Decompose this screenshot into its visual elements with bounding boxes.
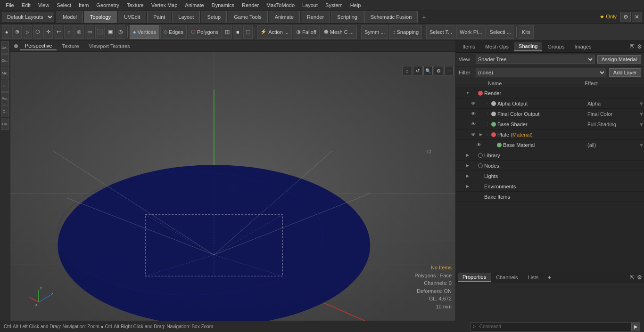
tree-row-base-shader[interactable]: 👁 ⋮ Base Shader Full Shading ▼ — [456, 119, 644, 130]
tab-scripting[interactable]: Scripting — [331, 11, 363, 23]
bottom-panel-expand[interactable]: ⇱ — [630, 274, 635, 281]
tool-rect[interactable]: ▭ — [85, 25, 94, 39]
panel-tab-shading[interactable]: Shading — [514, 42, 542, 51]
tool-add[interactable]: ⊕ — [12, 25, 22, 39]
view-select[interactable]: Shader Tree — [476, 55, 594, 64]
panel-tab-mesh-ops[interactable]: Mesh Ops — [480, 42, 513, 51]
tool-sq[interactable]: ⬛ — [95, 25, 105, 39]
tree-row-lights[interactable]: ▶ Lights — [456, 171, 644, 181]
menu-edit[interactable]: Edit — [18, 1, 34, 9]
expand-nodes[interactable]: ▶ — [464, 163, 471, 168]
tab-uvedit[interactable]: UVEdit — [118, 11, 146, 23]
assign-material-button[interactable]: Assign Material — [597, 55, 641, 64]
panel-tab-lists[interactable]: Lists — [523, 273, 544, 282]
star-only-label[interactable]: ★ Only — [596, 13, 620, 21]
tab-schematic-fusion[interactable]: Schematic Fusion — [364, 11, 418, 23]
eye-plate[interactable]: 👁 — [469, 130, 478, 140]
panel-expand-btn[interactable]: ⇱ — [630, 43, 635, 50]
panel-tab-channels[interactable]: Channels — [491, 273, 522, 282]
panel-tab-properties[interactable]: Properties — [458, 273, 491, 282]
menu-render[interactable]: Render — [238, 1, 263, 9]
tree-row-bake-items[interactable]: Bake Items — [456, 192, 644, 202]
sidebar-btn-uv[interactable]: UV. — [1, 118, 9, 130]
vp-icon-rotate[interactable]: ↺ — [413, 66, 422, 75]
vp-icon-settings[interactable]: ⚙ — [434, 66, 443, 75]
eye-base-material[interactable]: 👁 — [475, 140, 483, 150]
tree-row-alpha[interactable]: 👁 ⋮ Alpha Output Alpha ▼ — [456, 98, 644, 109]
eye-alpha[interactable]: 👁 — [469, 98, 478, 109]
panel-tab-items[interactable]: Items — [458, 42, 480, 51]
layout-icon-btn-2[interactable]: ✕ — [632, 12, 642, 22]
tool-solid[interactable]: ■ — [233, 25, 242, 39]
tree-row-plate[interactable]: 👁 ▶ ⋮ Plate (Material) — [456, 130, 644, 140]
tool-circle[interactable]: ○ — [64, 25, 74, 39]
dropdown-alpha[interactable]: ▼ — [639, 101, 644, 106]
tab-paint[interactable]: Paint — [147, 11, 171, 23]
menu-max-to-modo[interactable]: MaxToModo — [263, 1, 298, 9]
sidebar-btn-c[interactable]: C.. — [1, 105, 9, 117]
eye-base-shader[interactable]: 👁 — [469, 119, 478, 130]
tool-tri[interactable]: ▷ — [23, 25, 32, 39]
dropdown-base-mat[interactable]: ▼ — [639, 142, 644, 148]
vp-tab-texture[interactable]: Texture — [57, 42, 83, 50]
tab-setup[interactable]: Setup — [201, 11, 227, 23]
expand-plate[interactable]: ▶ — [478, 132, 484, 137]
panel-settings-btn[interactable]: ⚙ — [637, 43, 642, 50]
tab-layout[interactable]: Layout — [172, 11, 200, 23]
layout-icon-btn-1[interactable]: ⚙ — [620, 12, 631, 22]
menu-dynamics[interactable]: Dynamics — [208, 1, 238, 9]
sidebar-btn-de[interactable]: De.. — [1, 41, 9, 54]
tab-render[interactable]: Render — [301, 11, 330, 23]
menu-file[interactable]: File — [2, 1, 18, 9]
tool-select-t[interactable]: Select T... — [426, 25, 455, 39]
tool-grid[interactable]: ▣ — [106, 25, 115, 39]
tool-dot[interactable]: ● — [2, 25, 11, 39]
tool-work-pl[interactable]: Work Pl... — [456, 25, 485, 39]
tool-snapping[interactable]: :: Snapping — [389, 25, 422, 39]
tool-symm[interactable]: Symm ... — [361, 25, 388, 39]
menu-view[interactable]: View — [34, 1, 53, 9]
tool-kits[interactable]: Kits — [519, 25, 534, 39]
bottom-panel-settings[interactable]: ⚙ — [637, 274, 642, 281]
menu-layout[interactable]: Layout — [298, 1, 322, 9]
vp-icon-extra[interactable]: ⋯ — [444, 66, 454, 75]
tab-model[interactable]: Model — [57, 11, 83, 23]
tool-cross[interactable]: ✛ — [43, 25, 53, 39]
tool-mesh-c[interactable]: ⬟ Mesh C ... — [321, 25, 357, 39]
sidebar-btn-e[interactable]: E.. — [1, 80, 9, 92]
shader-tree[interactable]: ▼ ⋮ Render 👁 ⋮ Alpha Output Alpha ▼ — [456, 88, 644, 271]
expand-library[interactable]: ▶ — [464, 153, 471, 157]
tree-row-final-color[interactable]: 👁 ⋮ Final Color Output Final Color ▼ — [456, 109, 644, 119]
tool-arc[interactable]: ◷ — [116, 25, 125, 39]
panel-tab-groups[interactable]: Groups — [543, 42, 569, 51]
tool-target[interactable]: ◎ — [74, 25, 84, 39]
tool-selecti[interactable]: Selecti ... — [487, 25, 514, 39]
sidebar-btn-me[interactable]: Me. — [1, 67, 9, 79]
menu-item[interactable]: Item — [75, 1, 92, 9]
tool-vertices[interactable]: ● Vertices — [130, 25, 159, 39]
tool-falloff[interactable]: ◑ Falloff — [293, 25, 320, 39]
dropdown-final[interactable]: ▼ — [639, 111, 644, 117]
menu-help[interactable]: Help — [347, 1, 365, 9]
vp-icon-home[interactable]: ⌂ — [403, 66, 412, 75]
expand-environments[interactable]: ▶ — [464, 184, 471, 188]
tool-wire[interactable]: ⬚ — [243, 25, 253, 39]
add-layer-button[interactable]: Add Layer — [609, 68, 641, 77]
tree-row-library[interactable]: ▶ Library — [456, 150, 644, 161]
vp-tab-perspective[interactable]: Perspective — [20, 42, 57, 50]
menu-select[interactable]: Select — [53, 1, 75, 9]
tab-animate[interactable]: Animate — [269, 11, 300, 23]
expand-lights[interactable]: ▶ — [464, 174, 471, 178]
tool-select-mode[interactable]: ◫ — [223, 25, 232, 39]
add-bottom-tab[interactable]: + — [544, 273, 555, 282]
sidebar-btn-pol[interactable]: Pol. — [1, 92, 9, 105]
viewport-canvas[interactable]: ⬡ X Y Z ⌂ ↺ 🔍 ⚙ ⋯ — [10, 52, 455, 321]
tree-row-base-material[interactable]: 👁 ⋮ Base Material (all) ▼ — [456, 140, 644, 150]
eye-final[interactable]: 👁 — [469, 109, 478, 119]
tool-polygons[interactable]: ⬡ Polygons — [188, 25, 222, 39]
dropdown-base-shader[interactable]: ▼ — [639, 121, 644, 127]
tool-action[interactable]: ⚡ Action ... — [257, 25, 292, 39]
menu-system[interactable]: System — [322, 1, 347, 9]
command-go-button[interactable]: ▶ — [631, 323, 640, 331]
filter-select[interactable]: (none) — [476, 68, 606, 77]
